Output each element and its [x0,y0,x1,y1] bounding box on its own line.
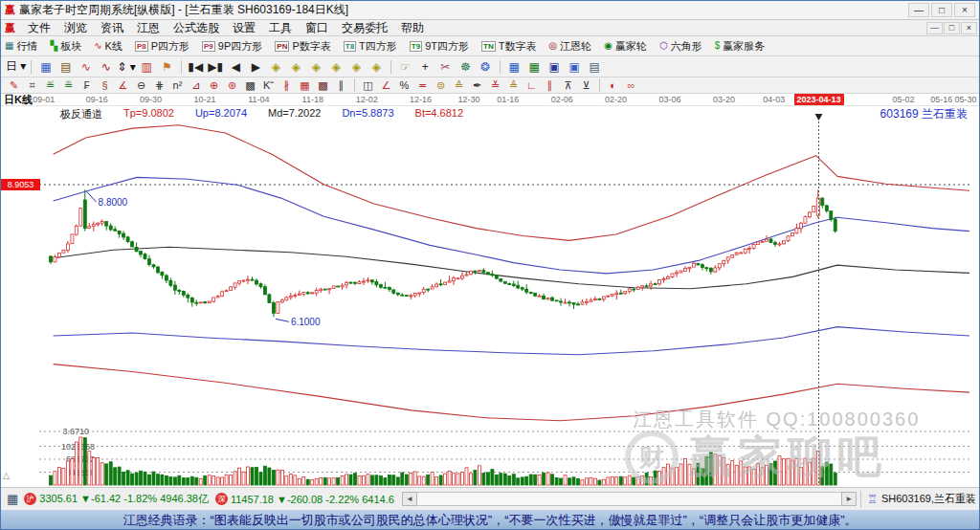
steps-up-icon[interactable]: ⊼ [560,78,576,92]
percent-line-icon[interactable]: ≖ [414,78,431,92]
chart-panel[interactable]: 3.671010255686837123418568.80006.1000 极反… [1,106,979,487]
wheel-tool-icon[interactable]: ☸ [457,58,475,76]
menu-settings[interactable]: 设置 [226,21,262,34]
notes-icon[interactable]: ▤ [56,58,75,76]
diamond-tool-3[interactable]: ◈ [307,58,325,76]
menu-tools[interactable]: 工具 [262,21,299,34]
calendar-icon[interactable]: ▦ [505,58,523,76]
steps-down-icon[interactable]: ⊻ [578,78,594,92]
nav-next-icon[interactable]: ▶ [247,58,265,76]
menu-gann[interactable]: 江恩 [130,21,167,34]
gold-circle-icon[interactable]: ⊜ [433,78,449,92]
scissors-tool-icon[interactable]: ✂ [436,58,455,76]
print-icon[interactable]: ▤ [586,58,604,76]
toolbar-p-square-button[interactable]: P8P四方形 [135,39,189,54]
toolbar-quotes-button[interactable]: ▦行情 [5,39,37,54]
nav-first-icon[interactable]: ▮◀ [187,58,205,76]
red-grid-icon[interactable]: ▦ [297,78,313,92]
nav-prev-icon[interactable]: ◀ [227,58,245,76]
diamond-tool-1[interactable]: ◈ [267,58,285,76]
close-button[interactable]: × [954,3,975,17]
child-minimize-button[interactable]: — [926,22,943,34]
period-day-dropdown[interactable]: 日 ▾ [6,58,26,76]
nav-last-icon[interactable]: ▶▮ [207,58,225,76]
wave-small-icon[interactable]: ∿ [77,58,95,76]
keyboard-wizard-icon[interactable]: ▦ [7,492,18,506]
calculator-icon[interactable]: ▦ [525,58,544,76]
toolbar-winner-wheel-button[interactable]: ◉赢家轮 [604,39,647,54]
diamond-tool-5[interactable]: ◈ [347,58,366,76]
shanghai-index-icon[interactable]: 沪 [24,493,36,505]
diamond-tool-2[interactable]: ◈ [287,58,305,76]
wave-large-icon[interactable]: ∿ [97,58,115,76]
fibonacci-icon[interactable]: ₣ [78,78,95,92]
child-restore-button[interactable]: □ [944,22,960,34]
slope-icon[interactable]: ∠ [378,78,394,92]
minimize-button[interactable]: — [908,3,929,17]
scroll-left-icon[interactable]: ◄ [402,492,417,506]
fan-lines-icon[interactable]: ∥ [542,78,558,92]
ruler-icon[interactable]: ⋕ [151,78,167,92]
gold-box-icon[interactable]: ≜ [505,78,522,92]
gold-line-icon[interactable]: ≙ [451,78,467,92]
restore-button[interactable]: □ [931,3,952,17]
chart-type-icon[interactable]: ▦ [36,58,55,76]
window-grid-icon[interactable]: ▩ [315,78,331,92]
hatch-icon[interactable]: ∦ [278,78,295,92]
gann-fan-down-icon[interactable]: ≞ [60,78,77,92]
angle-icon[interactable]: ∡ [115,78,131,92]
level-icon[interactable]: ≚ [487,78,503,92]
gann-grid-icon[interactable]: ⌗ [24,78,40,92]
k-quote-icon[interactable]: K“ [260,78,277,92]
right-angle-icon[interactable]: ∟ [523,78,540,92]
diamond-tool-4[interactable]: ◈ [327,58,345,76]
menu-formula-stock-pick[interactable]: 公式选股 [167,21,226,34]
percent-icon[interactable]: % [396,78,412,92]
horizontal-scrollbar[interactable]: ◄ ► liaoba.vip [402,492,857,506]
save-as-icon[interactable]: ▣ [566,58,584,76]
toolbar-t-number-table-button[interactable]: TNT数字表 [481,39,536,54]
globe-tool-icon[interactable]: ❂ [477,58,495,76]
child-close-button[interactable]: × [961,22,977,34]
toolbar-nine-p-square-button[interactable]: P99P四方形 [202,39,262,54]
scrollbar-track[interactable] [417,492,841,506]
shenzhen-index-icon[interactable]: 深 [215,493,228,505]
yinyang-icon[interactable]: ◐ [605,78,621,92]
hand-tool-icon[interactable]: ☞ [396,58,414,76]
net-box-icon[interactable]: ▩ [242,78,258,92]
scroll-right-icon[interactable]: ► [841,492,857,506]
triangle-icon[interactable]: ⊿ [188,78,204,92]
toolbar-p-number-table-button[interactable]: PNP数字表 [275,39,330,54]
channel-icon[interactable]: ◫ [360,78,376,92]
menu-browse[interactable]: 浏览 [57,21,94,34]
menu-help[interactable]: 帮助 [394,21,431,34]
star-burst-icon[interactable]: ⊛ [224,78,240,92]
toolbar-label: 板块 [60,39,81,54]
ink-tool-icon[interactable]: ✒ [469,78,485,92]
toolbar-gann-wheel-button[interactable]: ◎江恩轮 [548,39,591,54]
toolbar-sectors-button[interactable]: ▚板块 [50,39,81,54]
diamond-tool-6[interactable]: ◈ [368,58,386,76]
kline-box-icon[interactable]: ▥ [138,58,156,76]
toolbar-nine-t-square-button[interactable]: T99T四方形 [410,39,469,54]
flag-icon[interactable]: ⚑ [158,58,176,76]
infinity-icon[interactable]: ∞ [623,78,639,92]
save-icon[interactable]: ▣ [546,58,564,76]
menu-trade-order[interactable]: 交易委托 [335,21,394,34]
gann-fan-up-icon[interactable]: ≝ [42,78,58,92]
toolbar-kline-button[interactable]: ∿K线 [94,39,122,54]
spiral-icon[interactable]: § [97,78,113,92]
toolbar-t-square-button[interactable]: T8T四方形 [344,39,397,54]
menu-window[interactable]: 窗口 [299,21,335,34]
arc-icon[interactable]: ⊖ [133,78,149,92]
toolbar-hexagon-button[interactable]: ⬡六角形 [659,39,702,54]
crosshair-tool-icon[interactable]: + [416,58,434,76]
draw-pencil-icon[interactable]: ✎ [6,78,22,92]
square-number-icon[interactable]: n² [169,78,186,92]
menu-news[interactable]: 资讯 [94,21,130,34]
circle-cross-icon[interactable]: ⊕ [206,78,222,92]
bar-pair-icon[interactable]: ∥ [333,78,349,92]
toolbar-winner-service-button[interactable]: $赢家服务 [715,39,766,54]
scale-dropdown-icon[interactable]: ⇕ ▾ [117,58,135,76]
menu-file[interactable]: 文件 [21,21,57,34]
